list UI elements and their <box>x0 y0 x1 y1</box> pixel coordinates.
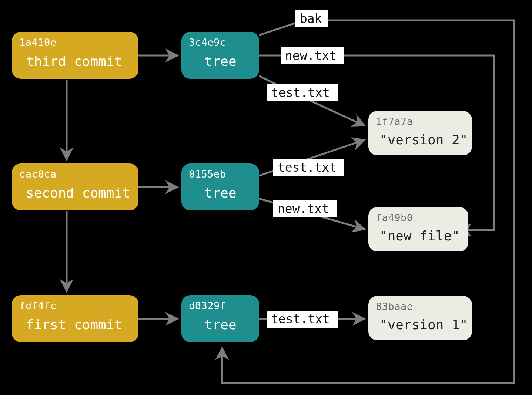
svg-text:test.txt: test.txt <box>271 312 330 326</box>
blob-1f7a7a: 1f7a7a "version 2" <box>368 111 472 155</box>
blob-1f7a7a-content: "version 2" <box>379 132 468 147</box>
blob-fa49b0-hash: fa49b0 <box>376 212 413 223</box>
svg-text:new.txt: new.txt <box>285 48 337 63</box>
commit-third: 1a410e third commit <box>12 32 138 79</box>
label-newtxt-mid: new.txt <box>273 200 337 217</box>
tree-d8329f-hash: d8329f <box>189 300 226 311</box>
git-object-graph: 1a410e third commit cac0ca second commit… <box>0 0 532 395</box>
blob-83baae-hash: 83baae <box>376 301 413 312</box>
commit-first-msg: first commit <box>26 317 122 332</box>
svg-text:test.txt: test.txt <box>271 85 330 100</box>
label-testtxt-top: test.txt <box>267 84 338 101</box>
label-bak: bak <box>295 10 328 27</box>
svg-text:new.txt: new.txt <box>278 202 329 216</box>
commit-third-hash: 1a410e <box>19 37 57 48</box>
commit-second-hash: cac0ca <box>19 168 57 180</box>
blob-fa49b0-content: "new file" <box>379 228 460 243</box>
commit-third-msg: third commit <box>26 54 122 69</box>
svg-text:bak: bak <box>300 11 322 26</box>
label-testtxt-bottom: test.txt <box>267 311 338 328</box>
tree-0155eb: 0155eb tree <box>181 163 259 210</box>
commit-second-msg: second commit <box>26 185 130 200</box>
commit-first-hash: fdf4fc <box>19 300 57 311</box>
commit-first: fdf4fc first commit <box>12 295 138 342</box>
label-newtxt-top: new.txt <box>281 47 344 64</box>
blob-83baae-content: "version 1" <box>379 317 468 332</box>
blob-fa49b0: fa49b0 "new file" <box>368 207 468 251</box>
tree-d8329f: d8329f tree <box>181 295 259 342</box>
svg-text:test.txt: test.txt <box>278 160 337 175</box>
blob-83baae: 83baae "version 1" <box>368 296 472 340</box>
tree-3c4e9c-hash: 3c4e9c <box>189 37 226 48</box>
label-testtxt-mid: test.txt <box>273 159 344 176</box>
blob-1f7a7a-hash: 1f7a7a <box>376 116 413 127</box>
tree-3c4e9c: 3c4e9c tree <box>181 32 259 79</box>
tree-0155eb-label: tree <box>204 185 237 200</box>
tree-3c4e9c-label: tree <box>204 54 237 69</box>
tree-d8329f-label: tree <box>204 317 237 332</box>
tree-0155eb-hash: 0155eb <box>189 168 226 180</box>
commit-second: cac0ca second commit <box>12 163 138 210</box>
